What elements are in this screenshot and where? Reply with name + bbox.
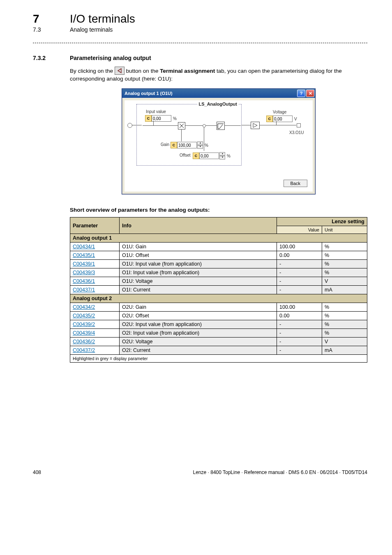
wire: [185, 125, 203, 126]
table-cell: -: [277, 277, 322, 286]
table-cell: C00439/4: [70, 329, 120, 338]
footer-doc-info: Lenze · 8400 TopLine · Reference manual …: [193, 469, 367, 475]
parameter-link[interactable]: C00435/1: [73, 252, 95, 258]
table-cell: O1U: Offset: [120, 251, 277, 260]
parameter-link[interactable]: C00434/1: [73, 244, 95, 250]
dialog-title: Analog output 1 (O1U): [125, 91, 173, 96]
spin-buttons[interactable]: ▴▾: [197, 141, 203, 149]
table-cell: -: [277, 260, 322, 268]
table-cell: V: [322, 277, 367, 286]
parameter-link[interactable]: C00439/4: [73, 330, 95, 336]
parameter-link[interactable]: C00436/1: [73, 278, 95, 284]
spin-buttons[interactable]: ▴▾: [219, 152, 225, 160]
offset-label: Offset: [180, 153, 191, 157]
table-cell: -: [277, 346, 322, 355]
wire: [241, 125, 251, 125]
wire: [224, 125, 241, 126]
intro-tab-name: Terminal assignment: [160, 68, 215, 74]
input-value-value: 0,00: [152, 115, 171, 122]
voltage-field[interactable]: C 0,00 V: [266, 116, 297, 122]
table-cell: C00435/1: [70, 251, 120, 260]
gain-field[interactable]: C 100,00 ▴▾ %: [171, 141, 208, 149]
intro-text-pre: By clicking on the: [70, 68, 115, 74]
input-value-field[interactable]: C 0,00 %: [145, 115, 177, 122]
input-value-unit: %: [173, 116, 177, 121]
table-group-row: Analog output 2: [70, 294, 367, 303]
parameter-link[interactable]: C00437/1: [73, 287, 95, 293]
col-unit: Unit: [322, 226, 367, 234]
page-number: 408: [33, 469, 41, 475]
c-badge-icon: C: [266, 116, 273, 122]
parameter-link[interactable]: C00437/2: [73, 347, 95, 353]
offset-field[interactable]: C 0,00 ▴▾ %: [193, 152, 231, 160]
col-parameter: Parameter: [70, 217, 120, 234]
wire: [181, 129, 182, 141]
table-cell: C00439/1: [70, 260, 120, 268]
table-cell: O1I: Current: [120, 286, 277, 294]
multiply-block-icon: [178, 122, 185, 130]
connector-label: X3.O1U: [289, 130, 304, 135]
intro-text-mid: button on the: [126, 68, 160, 74]
table-cell: O2I: Input value (from application): [120, 329, 277, 338]
table-cell: -: [277, 329, 322, 338]
parameter-link[interactable]: C00436/2: [73, 339, 95, 345]
section-title: Parameterising analog output: [70, 55, 151, 61]
table-cell: -: [277, 338, 322, 346]
group-label: LS_AnalogOutput: [197, 102, 239, 106]
parameter-link[interactable]: C00439/1: [73, 261, 95, 267]
table-cell: mA: [322, 346, 367, 355]
chapter-title: I/O terminals: [70, 12, 135, 25]
table-cell: C00437/2: [70, 346, 120, 355]
svg-marker-0: [118, 69, 121, 73]
table-cell: O2I: Current: [120, 346, 277, 355]
input-node: [127, 123, 132, 128]
table-cell: O2U: Gain: [120, 303, 277, 312]
table-cell: C00439/2: [70, 320, 120, 329]
dialog-titlebar: Analog output 1 (O1U) ? ✕: [122, 89, 315, 98]
gain-label: Gain: [161, 142, 169, 147]
table-cell: O2U: Input value (from application): [120, 320, 277, 329]
wire: [206, 125, 217, 126]
parameter-link[interactable]: C00439/2: [73, 321, 95, 327]
gain-value: 100,00: [177, 142, 197, 148]
wire: [153, 121, 154, 125]
table-group-row: Analog output 1: [70, 234, 367, 243]
ls-analogoutput-group: LS_AnalogOutput Input value C 0,00 %: [136, 104, 242, 166]
offset-unit: %: [227, 154, 231, 158]
voltage-unit: V: [294, 117, 297, 121]
table-cell: -: [277, 268, 322, 277]
parameter-link[interactable]: C00434/2: [73, 304, 95, 310]
table-cell: -: [277, 286, 322, 294]
table-cell: %: [322, 260, 367, 268]
help-icon[interactable]: ?: [297, 90, 305, 97]
col-lenze-setting: Lenze setting: [277, 217, 367, 226]
wire: [143, 125, 178, 126]
back-button[interactable]: Back: [284, 180, 307, 187]
intro-paragraph: By clicking on the button on the Termina…: [70, 67, 367, 83]
c-badge-icon: C: [145, 115, 152, 122]
table-cell: mA: [322, 286, 367, 294]
table-cell: 0.00: [277, 251, 322, 260]
terminal-node: [297, 123, 301, 127]
close-icon[interactable]: ✕: [306, 90, 314, 97]
back-arrow-icon: [115, 67, 125, 75]
offset-value: 0,00: [199, 153, 219, 159]
svg-marker-3: [253, 123, 257, 127]
wire: [204, 127, 204, 151]
table-cell: %: [322, 268, 367, 277]
parameter-link[interactable]: C00435/2: [73, 313, 95, 319]
table-cell: 100.00: [277, 243, 322, 251]
separator-line: [33, 43, 367, 43]
ramp-block-icon: [217, 122, 225, 130]
output-driver-icon: [251, 122, 260, 129]
table-cell: %: [322, 251, 367, 260]
parameter-link[interactable]: C00439/3: [73, 270, 95, 275]
table-cell: C00434/2: [70, 303, 120, 312]
gain-unit: %: [205, 143, 208, 148]
table-footnote: Highlighted in grey = display parameter: [70, 355, 367, 363]
subchapter-number: 7.3: [33, 26, 70, 33]
c-badge-icon: C: [193, 153, 199, 159]
table-cell: %: [322, 320, 367, 329]
voltage-label: Voltage: [273, 110, 286, 114]
table-cell: %: [322, 312, 367, 320]
